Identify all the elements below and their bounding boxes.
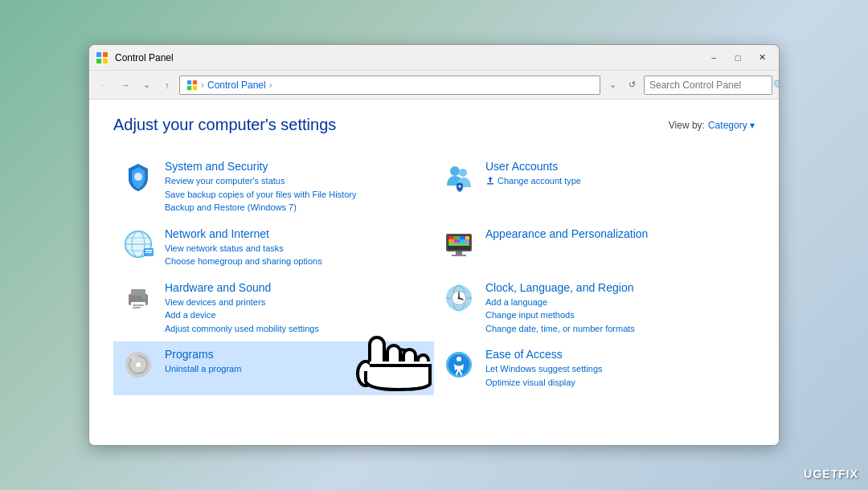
network-link2[interactable]: Choose homegroup and sharing options xyxy=(165,255,426,268)
control-panel-window: Control Panel − □ ✕ ← → ⌄ ↑ › Control xyxy=(88,44,780,446)
clock-link1[interactable]: Add a language xyxy=(485,296,747,309)
svg-rect-32 xyxy=(448,243,469,246)
title-bar: Control Panel − □ ✕ xyxy=(89,45,779,71)
appearance-title[interactable]: Appearance and Personalization xyxy=(485,227,747,240)
svg-rect-25 xyxy=(454,236,460,239)
svg-rect-2 xyxy=(96,59,101,63)
hardware-sound-title[interactable]: Hardware and Sound xyxy=(165,281,426,294)
svg-rect-4 xyxy=(187,80,191,84)
svg-point-11 xyxy=(459,186,461,188)
network-internet-title[interactable]: Network and Internet xyxy=(165,227,426,240)
category-network-internet[interactable]: Network and Internet View network status… xyxy=(113,221,434,275)
svg-point-10 xyxy=(459,169,467,177)
watermark: UGETFIX xyxy=(804,468,858,480)
address-path[interactable]: › Control Panel › xyxy=(179,76,600,95)
system-security-link3[interactable]: Backup and Restore (Windows 7) xyxy=(165,201,426,214)
network-internet-icon xyxy=(121,227,155,261)
appearance-icon xyxy=(442,227,476,261)
svg-point-9 xyxy=(450,166,460,176)
svg-rect-6 xyxy=(187,85,191,89)
svg-rect-7 xyxy=(193,85,197,89)
dropdown-button[interactable]: ⌄ xyxy=(604,76,621,94)
clock-language-text: Clock, Language, and Region Add a langua… xyxy=(485,281,747,336)
category-programs[interactable]: Programs Uninstall a program xyxy=(113,341,434,395)
ease-link2[interactable]: Optimize visual display xyxy=(485,376,747,390)
minimize-button[interactable]: − xyxy=(703,50,724,66)
category-user-accounts[interactable]: User Accounts Change account type xyxy=(434,153,755,221)
categories-grid: System and Security Review your computer… xyxy=(113,153,755,395)
category-system-security[interactable]: System and Security Review your computer… xyxy=(113,153,434,221)
svg-rect-21 xyxy=(145,252,152,253)
content-area: Adjust your computer's settings View by:… xyxy=(89,100,779,445)
window-title: Control Panel xyxy=(115,52,703,63)
up-button[interactable]: ↑ xyxy=(158,76,176,94)
svg-rect-36 xyxy=(131,289,145,296)
clock-language-icon xyxy=(442,281,476,315)
path-separator2: › xyxy=(269,80,272,91)
hardware-link1[interactable]: View devices and printers xyxy=(165,296,426,309)
clock-link2[interactable]: Change input methods xyxy=(485,308,747,322)
address-bar: ← → ⌄ ↑ › Control Panel › ⌄ ↺ xyxy=(89,71,779,100)
svg-rect-33 xyxy=(456,251,462,255)
hardware-link2[interactable]: Add a device xyxy=(165,308,426,322)
system-security-text: System and Security Review your computer… xyxy=(165,160,426,214)
search-icon: 🔍 xyxy=(773,80,780,91)
svg-rect-24 xyxy=(448,236,454,239)
hardware-sound-text: Hardware and Sound View devices and prin… xyxy=(165,281,426,336)
hardware-link3[interactable]: Adjust commonly used mobility settings xyxy=(165,322,426,336)
clock-language-title[interactable]: Clock, Language, and Region xyxy=(485,281,747,294)
network-internet-text: Network and Internet View network status… xyxy=(165,227,426,268)
svg-rect-27 xyxy=(465,236,469,239)
user-accounts-text: User Accounts Change account type xyxy=(485,160,747,188)
system-security-link2[interactable]: Save backup copies of your files with Fi… xyxy=(165,188,426,202)
category-hardware-sound[interactable]: Hardware and Sound View devices and prin… xyxy=(113,275,434,342)
ease-link1[interactable]: Let Windows suggest settings xyxy=(485,362,747,376)
hardware-sound-icon xyxy=(121,281,155,315)
user-accounts-title[interactable]: User Accounts xyxy=(485,160,747,173)
svg-rect-26 xyxy=(460,236,465,239)
svg-rect-0 xyxy=(96,52,101,57)
forward-button[interactable]: → xyxy=(117,76,134,94)
svg-rect-12 xyxy=(487,183,493,185)
system-security-title[interactable]: System and Security xyxy=(165,160,426,173)
svg-rect-29 xyxy=(454,239,460,243)
ease-access-title[interactable]: Ease of Access xyxy=(485,348,747,361)
back-button[interactable]: ← xyxy=(96,76,113,94)
programs-title[interactable]: Programs xyxy=(165,348,426,361)
category-ease-access[interactable]: Ease of Access Let Windows suggest setti… xyxy=(434,341,755,395)
page-title: Adjust your computer's settings xyxy=(113,116,336,134)
refresh-button[interactable]: ↺ xyxy=(623,76,641,94)
view-by: View by: Category ▾ xyxy=(669,120,755,131)
system-security-icon xyxy=(121,160,155,194)
programs-link1[interactable]: Uninstall a program xyxy=(165,362,426,376)
path-separator: › xyxy=(201,80,204,91)
system-security-link1[interactable]: Review your computer's status xyxy=(165,174,426,188)
svg-rect-5 xyxy=(193,80,197,84)
window-controls: − □ ✕ xyxy=(703,50,772,66)
svg-rect-30 xyxy=(460,239,465,243)
category-clock-language[interactable]: Clock, Language, and Region Add a langua… xyxy=(434,275,755,342)
down-button[interactable]: ⌄ xyxy=(137,76,155,94)
ease-access-icon xyxy=(442,348,476,382)
svg-rect-38 xyxy=(133,304,144,306)
user-accounts-link1[interactable]: Change account type xyxy=(485,174,747,188)
programs-text: Programs Uninstall a program xyxy=(165,348,426,376)
viewby-link[interactable]: Category ▾ xyxy=(708,120,755,131)
viewby-label: View by: xyxy=(669,120,705,131)
path-icon xyxy=(186,80,198,91)
address-controls: ⌄ ↺ xyxy=(604,76,641,94)
close-button[interactable]: ✕ xyxy=(751,50,772,66)
search-input[interactable] xyxy=(649,80,770,91)
clock-link3[interactable]: Change date, time, or number formats xyxy=(485,322,747,336)
svg-rect-20 xyxy=(145,250,152,251)
maximize-button[interactable]: □ xyxy=(727,50,748,66)
svg-point-8 xyxy=(134,173,142,181)
search-box[interactable]: 🔍 xyxy=(644,76,772,95)
svg-rect-31 xyxy=(465,239,469,243)
user-accounts-icon xyxy=(442,160,476,194)
network-link1[interactable]: View network status and tasks xyxy=(165,242,426,255)
category-appearance[interactable]: Appearance and Personalization xyxy=(434,221,755,275)
svg-rect-1 xyxy=(103,52,108,57)
svg-rect-3 xyxy=(103,59,108,63)
svg-point-52 xyxy=(136,362,141,367)
